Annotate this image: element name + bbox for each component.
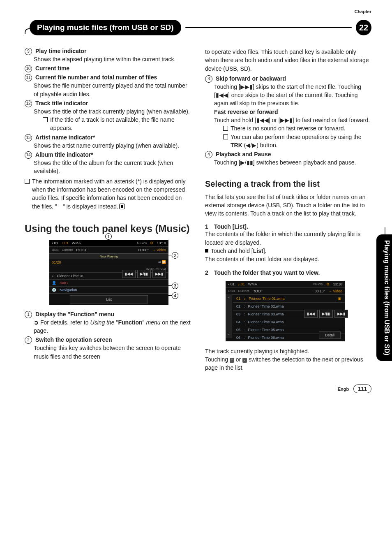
step1-num: 1 — [205, 223, 212, 230]
item-title-14: Album title indicator* — [35, 151, 93, 158]
page-title: Playing music files (from USB or SD) — [30, 20, 181, 35]
page-number: 111 — [353, 385, 371, 393]
item-desc-r3b: Touch and hold [▮◀◀] or [▶▶▮] to fast re… — [214, 116, 371, 124]
item-desc-r4: Touching [▶/▮▮] switches between playbac… — [214, 158, 371, 167]
marker-r4: 4 — [205, 151, 212, 158]
subsection-desc: The list lets you see the list of track … — [205, 193, 371, 218]
next-button[interactable]: ▶▶▮ — [152, 270, 166, 278]
chapter-label: Chapter — [354, 9, 371, 14]
callout-4: 4 — [172, 292, 178, 299]
side-tab: Playing music files (from USB or SD) — [376, 234, 392, 361]
screenshot-1: 1 2 3 4 ▪ 01 ♪ 01 WMA NEWS ⚙ 13:18 — [33, 240, 181, 305]
subsection-selecting-track: Selecting a track from the list — [205, 179, 371, 189]
callout-3: 3 — [172, 283, 178, 289]
item-title-b2: Switch the operation screen — [35, 336, 112, 343]
item-title-r4: Playback and Pause — [216, 151, 271, 158]
item-title-r3: Skip forward or backward — [216, 75, 286, 82]
item-desc-12: Shows the title of the track currently p… — [34, 107, 191, 116]
prev-button[interactable]: ▮◀◀ — [122, 270, 136, 278]
asterisk-note: The information marked with an asterisk … — [25, 177, 191, 211]
list-button[interactable]: List — [70, 295, 148, 303]
prev-button-2[interactable]: ▮◀◀ — [304, 310, 318, 318]
step1-bullet: Touch and hold [List]. — [205, 247, 371, 255]
step1-title: Touch [List]. — [214, 223, 248, 230]
up-arrow-icon: ⌃ — [230, 358, 234, 363]
tail-text-1: The track currently playing is highlight… — [205, 347, 371, 355]
screenshot-2: ▪ 01 ♪ 01 WMA NEWS ⚙ 13:18 USB Current R… — [213, 281, 353, 341]
play-pause-button[interactable]: ▶/▮▮ — [137, 270, 151, 278]
play-pause-button-2[interactable]: ▶/▮▮ — [319, 310, 333, 318]
footer-lang: Engb — [338, 387, 349, 392]
item-desc-14: Shows the title of the album for the cur… — [34, 159, 191, 176]
marker-13: 13 — [25, 134, 32, 141]
end-icon — [119, 204, 125, 209]
footer: Engb 111 — [25, 385, 371, 393]
item-title-12: Track title indicator — [35, 100, 88, 107]
marker-r3: 3 — [205, 75, 212, 83]
down-arrow-icon: ⌄ — [242, 358, 247, 363]
item-desc-13: Shows the artist name currently playing … — [34, 141, 191, 150]
chapter-badge: 22 — [356, 20, 371, 35]
marker-12: 12 — [25, 100, 32, 107]
item-title-10: Current time — [35, 65, 69, 72]
left-column: 9 Play time indicator Shows the elapsed … — [25, 48, 191, 372]
tail-text-2: Touching ⌃ or ⌄ switches the selection t… — [205, 355, 371, 372]
sub-r3-1: There is no sound on fast reverse or for… — [223, 124, 371, 132]
step2-num: 2 — [205, 269, 212, 276]
step2-title: Touch the folder that you want to view. — [214, 269, 320, 276]
item-title-b1: Display the "Function" menu — [35, 311, 114, 317]
item-desc-11: Shows the file number currently played a… — [34, 81, 191, 98]
header-bar: Playing music files (from USB or SD) 22 — [25, 20, 371, 35]
item-title-9: Play time indicator — [35, 48, 86, 54]
scroll-down-icon[interactable]: ⌄ — [227, 331, 231, 336]
callout-1: 1 — [105, 233, 112, 240]
marker-11: 11 — [25, 74, 32, 81]
right-column: to operate video files. This touch panel… — [205, 48, 371, 372]
callout-2: 2 — [172, 252, 178, 259]
sub-r3-2: You can also perform these operations by… — [223, 133, 371, 150]
marker-b2: 2 — [25, 336, 32, 344]
scroll-up-icon[interactable]: ⌃ — [227, 297, 231, 301]
next-button-2[interactable]: ▶▶▮ — [334, 310, 348, 318]
item-desc-b2: Touching this key switches between the s… — [34, 344, 191, 361]
step1-desc2: The contents of the root folder are disp… — [205, 255, 371, 263]
marker-10: 10 — [25, 65, 32, 72]
item-desc-r3a: Touching [▶▶▮] skips to the start of the… — [214, 83, 371, 108]
step1-desc: The contents of the folder in which the … — [205, 230, 371, 247]
marker-b1: 1 — [25, 311, 32, 318]
item-desc-b1: ➲For details, refer to Using the "Functi… — [34, 318, 191, 335]
marker-9: 9 — [25, 48, 32, 55]
detail-button[interactable]: Detail — [319, 331, 341, 339]
side-accent — [384, 227, 386, 235]
item-title-13: Artist name indicator* — [35, 134, 95, 141]
marker-14: 14 — [25, 151, 32, 159]
continuation-text: to operate video files. This touch panel… — [205, 48, 371, 73]
item-title-11: Current file number and total number of … — [35, 74, 157, 81]
item-desc-9: Shows the elapsed playing time within th… — [34, 55, 191, 63]
fast-rev-fwd-title: Fast reverse or forward — [214, 108, 371, 116]
item-sub-12: If the title of a track is not available… — [43, 116, 191, 132]
